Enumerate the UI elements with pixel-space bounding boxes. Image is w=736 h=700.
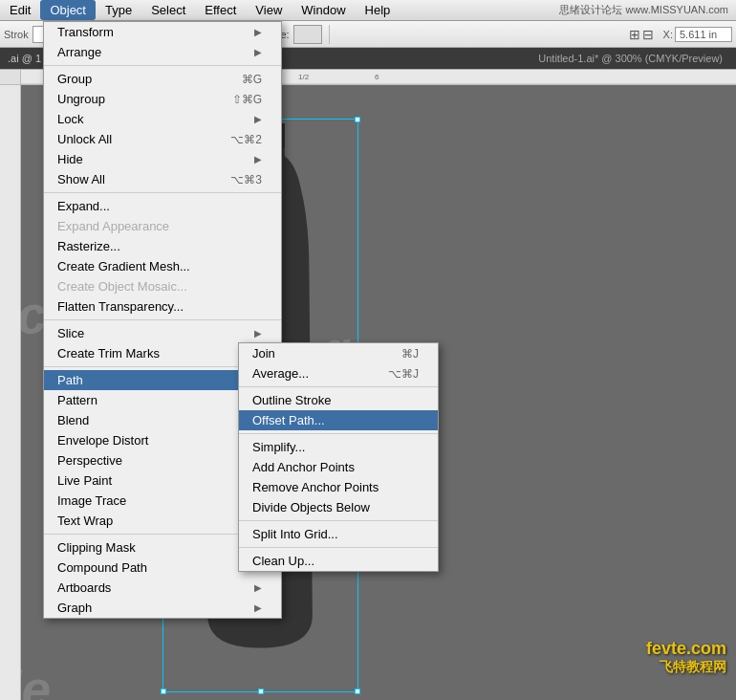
path-sep [239, 386, 438, 387]
menu-type[interactable]: Type [96, 0, 141, 20]
menu-help[interactable]: Help [356, 0, 400, 20]
align-icon[interactable]: ⊞ [629, 27, 640, 42]
ruler-corner [0, 70, 21, 85]
bottom-watermark: fevte.com 飞特教程网 [646, 639, 726, 676]
path-sep [239, 520, 438, 521]
menu-hide[interactable]: Hide ▶ [44, 149, 281, 169]
menu-sep [44, 65, 281, 66]
doc-small-label: .ai @ 1 [8, 53, 41, 64]
menu-group[interactable]: Group ⌘G [44, 69, 281, 89]
canvas-watermark-text3: ile [21, 659, 51, 700]
menu-sep [44, 319, 281, 320]
style-box [293, 25, 322, 44]
menu-effect[interactable]: Effect [195, 0, 246, 20]
menu-graph[interactable]: Graph ▶ [44, 598, 281, 618]
path-submenu: Join ⌘J Average... ⌥⌘J Outline Stroke Of… [238, 342, 439, 572]
arrow-icon: ▶ [254, 154, 262, 164]
arrow-icon: ▶ [254, 27, 262, 37]
toolbar-sep-4 [329, 25, 330, 44]
toolbar-icons: ⊞ ⊟ X: 5.611 in [629, 27, 732, 42]
menu-expand[interactable]: Expand... [44, 196, 281, 216]
x-value: 5.611 in [675, 27, 732, 42]
path-offset-path[interactable]: Offset Path... [239, 410, 438, 430]
arrow-icon: ▶ [254, 602, 262, 613]
path-join[interactable]: Join ⌘J [239, 343, 438, 363]
menu-artboards[interactable]: Artboards ▶ [44, 578, 281, 598]
path-sep [239, 433, 438, 434]
menu-rasterize[interactable]: Rasterize... [44, 236, 281, 256]
menu-arrange[interactable]: Arrange ▶ [44, 42, 281, 62]
menu-select[interactable]: Select [141, 0, 195, 20]
menubar: Edit Object Type Select Effect View Wind… [0, 0, 736, 21]
path-outline-stroke[interactable]: Outline Stroke [239, 390, 438, 410]
document-title: Untitled-1.ai* @ 300% (CMYK/Preview) [538, 53, 723, 64]
menu-expand-appearance[interactable]: Expand Appearance [44, 216, 281, 236]
menu-ungroup[interactable]: Ungroup ⇧⌘G [44, 89, 281, 109]
menu-create-object-mosaic[interactable]: Create Object Mosaic... [44, 276, 281, 296]
path-simplify[interactable]: Simplify... [239, 437, 438, 457]
menu-unlock-all[interactable]: Unlock All ⌥⌘2 [44, 129, 281, 149]
menu-transform[interactable]: Transform ▶ [44, 22, 281, 42]
menu-object[interactable]: Object [40, 0, 96, 20]
watermark-cn: 思绪设计论坛 www.MISSYUAN.com [559, 3, 736, 17]
menu-flatten-transparency[interactable]: Flatten Transparency... [44, 296, 281, 317]
handle-tr[interactable] [355, 117, 360, 122]
path-clean-up[interactable]: Clean Up... [239, 551, 438, 571]
path-split-into-grid[interactable]: Split Into Grid... [239, 524, 438, 544]
arrow-icon: ▶ [254, 114, 262, 124]
arrow-icon: ▶ [254, 47, 262, 57]
menu-slice[interactable]: Slice ▶ [44, 323, 281, 343]
menu-lock[interactable]: Lock ▶ [44, 109, 281, 129]
stroke-label: Strok [4, 29, 29, 40]
menu-edit[interactable]: Edit [0, 0, 40, 20]
path-divide-objects-below[interactable]: Divide Objects Below [239, 497, 438, 517]
watermark-cn-text: 飞特教程网 [646, 659, 726, 676]
x-label: X: [663, 29, 673, 40]
pixel-icon[interactable]: ⊟ [642, 27, 654, 42]
ruler-vertical [0, 70, 21, 700]
watermark-site: fevte.com [646, 639, 726, 659]
svg-text:6: 6 [375, 73, 379, 81]
menu-create-gradient-mesh[interactable]: Create Gradient Mesh... [44, 256, 281, 276]
arrow-icon: ▶ [254, 328, 262, 339]
menu-show-all[interactable]: Show All ⌥⌘3 [44, 169, 281, 189]
path-add-anchor-points[interactable]: Add Anchor Points [239, 457, 438, 477]
menu-sep [44, 192, 281, 193]
svg-text:1/2: 1/2 [298, 73, 310, 81]
path-remove-anchor-points[interactable]: Remove Anchor Points [239, 477, 438, 497]
menu-window[interactable]: Window [292, 0, 355, 20]
path-sep [239, 547, 438, 548]
path-average[interactable]: Average... ⌥⌘J [239, 363, 438, 383]
arrow-icon: ▶ [254, 582, 262, 593]
menu-view[interactable]: View [246, 0, 292, 20]
